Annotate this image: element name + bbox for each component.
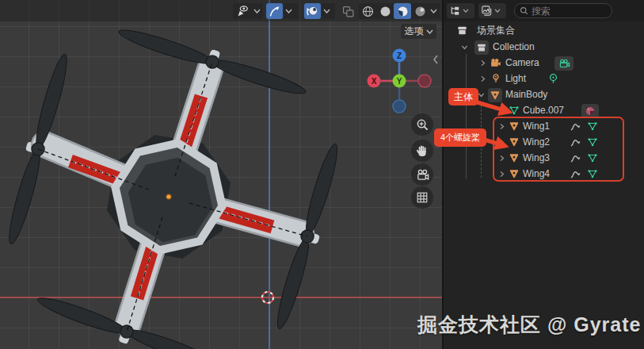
outliner-row-wing4[interactable]: Wing4 [444, 166, 644, 182]
mesh-data-icon[interactable] [587, 118, 598, 134]
shading-material-icon[interactable] [394, 3, 411, 19]
row-label: Camera [505, 55, 539, 71]
expand-chevron-icon[interactable] [497, 166, 506, 182]
options-chevron-icon [426, 29, 433, 34]
display-mode-chevron [494, 9, 501, 13]
mesh-data-icon[interactable] [587, 134, 598, 150]
zoom-icon [416, 118, 429, 132]
mesh-object-icon [509, 166, 520, 182]
expand-chevron-icon[interactable] [497, 118, 506, 134]
gizmo-z-label: Z [397, 52, 402, 60]
outliner-row-scene-collection[interactable]: 场景集合 [444, 22, 644, 38]
mesh-data-icon[interactable] [587, 150, 598, 166]
shading-mode-group [359, 3, 440, 19]
overlays-icon[interactable] [339, 3, 356, 19]
camera-data-icon[interactable] [554, 56, 574, 71]
outliner-row-camera[interactable]: Camera [444, 55, 644, 71]
row-label: Wing4 [523, 166, 550, 182]
row-label: Light [505, 71, 526, 86]
row-label: MainBody [505, 86, 547, 102]
shading-solid-icon[interactable] [376, 3, 394, 19]
expand-chevron-icon[interactable] [497, 134, 506, 150]
row-label: Wing3 [523, 150, 550, 166]
light-object-icon [490, 71, 501, 86]
mesh-object-icon [509, 134, 520, 150]
outliner-row-light[interactable]: Light [444, 71, 644, 86]
orbit-dropdown-chevron[interactable] [322, 3, 335, 19]
blender-window: 选项 Z X Y [0, 0, 644, 349]
shading-wireframe-icon[interactable] [359, 3, 376, 19]
shading-rendered-icon[interactable] [411, 3, 429, 19]
viewport-3d[interactable]: 选项 Z X Y [0, 0, 442, 349]
material-icon[interactable] [581, 103, 599, 119]
row-label: Wing2 [523, 134, 550, 150]
snap-dropdown-chevron[interactable] [252, 3, 262, 19]
proportional-editing-icon[interactable] [266, 3, 283, 19]
search-icon [520, 6, 528, 15]
gizmo-neg-z-axis[interactable] [393, 100, 406, 113]
modifier-icon[interactable] [570, 134, 581, 150]
expand-chevron-icon[interactable] [478, 55, 487, 71]
collection-icon [474, 40, 489, 56]
row-label: Cube.007 [523, 102, 564, 118]
proportional-dropdown-chevron[interactable] [284, 3, 299, 19]
mesh-data-icon [509, 102, 520, 118]
sidebar-collapse-chevron[interactable] [433, 55, 439, 64]
annotation-propellers-label: 4个螺旋桨 [434, 128, 486, 147]
mesh-data-icon[interactable] [587, 166, 598, 182]
display-mode-dropdown[interactable] [478, 3, 506, 18]
orbit-falloff-icon[interactable] [304, 3, 321, 19]
camera-icon [416, 168, 429, 182]
row-label: Collection [493, 39, 535, 55]
expand-chevron-icon[interactable] [478, 71, 487, 86]
zoom-tool-button[interactable] [411, 113, 433, 136]
gizmo-neg-x-axis[interactable] [418, 75, 431, 87]
hand-icon [416, 144, 429, 157]
light-data-icon[interactable] [547, 71, 559, 86]
annotation-propellers-text: 4个螺旋桨 [440, 132, 480, 144]
pan-tool-button[interactable] [411, 140, 433, 162]
outliner-editor-icon [449, 5, 461, 17]
collapse-chevron-icon[interactable] [460, 39, 469, 55]
gizmo-y-label: Y [397, 77, 402, 86]
outliner-panel: 场景集合 Collection Camera [444, 0, 644, 349]
display-mode-icon [481, 5, 493, 17]
annotation-body-text: 主体 [454, 90, 473, 104]
grid-icon [416, 191, 429, 204]
camera-view-button[interactable] [411, 163, 433, 186]
snap-dropdown-group [233, 3, 263, 19]
options-label: 选项 [405, 25, 424, 38]
editor-type-chevron [463, 9, 469, 13]
expand-chevron-icon[interactable] [497, 102, 506, 118]
shading-dropdown-chevron[interactable] [429, 3, 439, 19]
modifier-icon[interactable] [570, 166, 581, 182]
modifier-icon[interactable] [570, 150, 581, 166]
scene-collection-icon [456, 22, 468, 38]
search-input[interactable] [532, 6, 603, 17]
cursor-3d [262, 292, 273, 303]
navigation-gizmo[interactable]: Z X Y [366, 48, 433, 114]
outliner-search[interactable] [514, 3, 612, 18]
expand-chevron-icon[interactable] [497, 150, 506, 166]
viewport-header [0, 0, 442, 21]
row-label: 场景集合 [477, 22, 515, 38]
outliner-row-wing3[interactable]: Wing3 [444, 150, 644, 166]
outliner-row-collection[interactable]: Collection [444, 39, 644, 55]
watermark-text: 掘金技术社区 @ Gyrate [417, 312, 641, 338]
object-origin-dot [166, 194, 171, 199]
mesh-object-icon [509, 118, 520, 134]
mesh-object-icon [509, 150, 520, 166]
modifier-icon[interactable] [570, 118, 581, 134]
mesh-object-icon [488, 87, 502, 103]
gizmo-x-label: X [372, 77, 377, 86]
row-label: Wing1 [523, 118, 550, 134]
options-dropdown-button[interactable]: 选项 [401, 24, 436, 39]
toggle-grid-button[interactable] [411, 186, 433, 209]
camera-object-icon [490, 55, 501, 71]
snap-icon[interactable] [233, 3, 252, 19]
editor-type-dropdown[interactable] [447, 3, 474, 18]
annotation-body-label: 主体 [448, 88, 478, 105]
outliner-header [444, 0, 644, 21]
